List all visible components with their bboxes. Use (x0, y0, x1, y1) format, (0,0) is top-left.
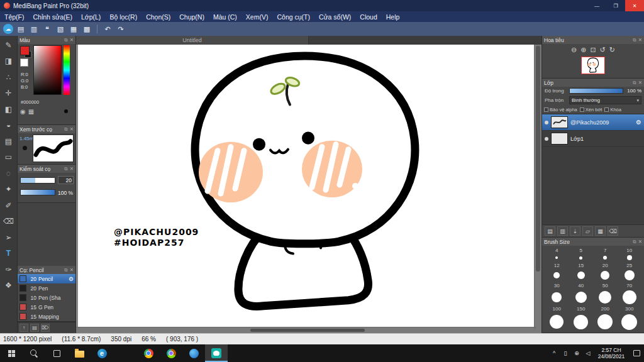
layout-button[interactable]: ▩ (81, 23, 92, 35)
hand-tool-icon[interactable]: ❖ (3, 280, 15, 292)
brush-tool-icon[interactable]: ✎ (3, 39, 15, 51)
grid-button[interactable]: ▦ (68, 23, 79, 35)
brush-up-button[interactable]: ↑ (19, 324, 28, 332)
close-icon[interactable]: ✕ (70, 37, 74, 43)
brush-size-option[interactable]: 70 (618, 282, 642, 306)
brush-item-pen-sharp[interactable]: 10 Pen (Sha (18, 293, 75, 302)
battery-icon[interactable]: ▯ (560, 344, 571, 362)
action-center-button[interactable] (629, 344, 644, 362)
start-button[interactable] (0, 344, 23, 362)
brush-size-option[interactable]: 7 (593, 247, 618, 262)
clipping-checkbox[interactable]: Xén bớt (580, 107, 602, 112)
merge-down-button[interactable]: ⇣ (570, 226, 580, 236)
brush-size-value[interactable]: 20 (58, 176, 74, 184)
duplicate-layer-button[interactable]: ▥ (557, 226, 568, 236)
menu-chinh-sua[interactable]: Chỉnh sửa(E) (29, 13, 77, 21)
menu-xem[interactable]: Xem(V) (242, 13, 273, 21)
zoom-fit-icon[interactable]: ⊡ (590, 46, 596, 54)
navigator-thumbnail[interactable] (581, 57, 605, 74)
brush-size-option[interactable]: 5 (569, 247, 594, 262)
menu-cloud[interactable]: Cloud (355, 13, 381, 21)
palette-icon[interactable]: ▦ (28, 108, 34, 115)
foreground-color-swatch[interactable] (20, 46, 30, 55)
select-pen-tool-icon[interactable]: ✐ (3, 199, 15, 211)
brush-add-button[interactable]: ▤ (30, 324, 39, 332)
menu-chon[interactable]: Chọn(S) (142, 13, 175, 21)
clock[interactable]: 2:57 CH 24/08/2021 (594, 347, 629, 359)
popout-icon[interactable]: ⧉ (633, 80, 636, 86)
medibang-taskbar-button[interactable] (205, 344, 228, 362)
zoom-out-icon[interactable]: ⊖ (571, 46, 577, 54)
volume-icon[interactable]: ◁ (582, 344, 594, 362)
page-button[interactable]: ▧ (55, 23, 66, 35)
canvas-vertical-scrollbar[interactable] (534, 45, 541, 327)
delete-layer-button[interactable]: ⌫ (608, 226, 618, 236)
chrome-profile2-button[interactable] (160, 344, 182, 362)
popout-icon[interactable]: ⧉ (64, 267, 67, 273)
brush-size-option[interactable]: 25 (618, 262, 642, 282)
brush-size-slider[interactable] (20, 177, 55, 184)
brush-size-option[interactable]: 200 (593, 305, 618, 331)
popout-icon[interactable]: ⧉ (64, 166, 67, 172)
menu-help[interactable]: Help (382, 13, 404, 21)
close-button[interactable]: ✕ (625, 0, 644, 11)
brush-size-option[interactable]: 40 (569, 282, 594, 306)
search-button[interactable] (23, 344, 45, 362)
edge-button[interactable]: e (91, 344, 113, 362)
horizontal-scroll-thumb[interactable] (250, 329, 365, 332)
restore-button[interactable]: ❐ (606, 0, 625, 11)
rotate-left-icon[interactable]: ↺ (600, 46, 606, 54)
menu-cong-cu[interactable]: Công cụ(T) (272, 13, 314, 21)
brush-size-option[interactable]: 12 (545, 262, 569, 282)
menu-chup[interactable]: Chụp(N) (175, 13, 209, 21)
close-icon[interactable]: ✕ (638, 37, 642, 43)
magic-wand-tool-icon[interactable]: ✦ (3, 184, 15, 195)
menu-lop[interactable]: Lớp(L) (77, 13, 105, 21)
brush-size-option[interactable]: 30 (545, 282, 569, 306)
chrome-button[interactable] (137, 344, 160, 362)
fill-tool-icon[interactable]: ◧ (3, 103, 15, 115)
task-view-button[interactable] (45, 344, 68, 362)
hue-slider[interactable] (64, 45, 70, 95)
operation-tool-icon[interactable]: ➢ (3, 231, 15, 243)
layer-visibility-icon[interactable] (545, 137, 548, 141)
drawing-canvas[interactable]: @PIKACHU2009 #HOIDAP257 (78, 45, 534, 327)
brush-settings-gear-icon[interactable]: ⚙ (69, 276, 74, 282)
popout-icon[interactable]: ⧉ (64, 37, 67, 43)
color-wheel-icon[interactable]: ◉ (20, 108, 26, 115)
popout-icon[interactable]: ⧉ (64, 126, 67, 133)
brush-opacity-slider[interactable] (20, 189, 55, 195)
brush-size-option[interactable]: 15 (569, 262, 594, 282)
dot-tool-icon[interactable]: ∴ (3, 71, 15, 83)
gradient-tool-icon[interactable]: ▤ (3, 135, 15, 147)
brush-size-option[interactable]: 10 (618, 247, 642, 262)
eraser-tool-icon[interactable]: ◨ (3, 55, 15, 67)
layer-visibility-icon[interactable] (545, 121, 548, 124)
saturation-value-picker[interactable] (33, 45, 62, 95)
close-icon[interactable]: ✕ (638, 80, 642, 85)
brush-item-mapping[interactable]: 15 Mapping (18, 312, 75, 321)
menu-tep[interactable]: Tệp(F) (0, 13, 29, 21)
move-tool-icon[interactable]: ✛ (3, 87, 15, 99)
blend-mode-dropdown[interactable]: Bình thường ▾ (569, 96, 641, 104)
blue-browser-button[interactable] (182, 344, 205, 362)
layer-folder-button[interactable]: ▱ (582, 226, 593, 236)
cloud-button[interactable]: ☁ (3, 24, 13, 34)
close-icon[interactable]: ✕ (70, 166, 74, 172)
brush-item-pen[interactable]: 20 Pen (18, 283, 75, 293)
popout-icon[interactable]: ⧉ (633, 37, 636, 43)
layer-item-lop1[interactable]: Lớp1 (542, 131, 644, 147)
gear-icon[interactable]: ⚙ (636, 119, 641, 126)
bucket-tool-icon[interactable]: ◒ (3, 119, 15, 131)
canvas-horizontal-scrollbar[interactable] (76, 327, 534, 333)
brush-size-option[interactable]: 150 (569, 305, 594, 331)
select-eraser-tool-icon[interactable]: ⌫ (3, 216, 15, 228)
zoom-in-icon[interactable]: ⊕ (580, 46, 586, 54)
menu-bo-loc[interactable]: Bộ lọc(R) (105, 13, 142, 21)
menu-cua-so[interactable]: Cửa sổ(W) (314, 13, 355, 21)
select-tool-icon[interactable]: ▭ (3, 151, 15, 163)
popout-icon[interactable]: ⧉ (633, 239, 636, 245)
transparent-color-swatch[interactable] (20, 58, 28, 67)
close-icon[interactable]: ✕ (638, 239, 642, 244)
network-icon[interactable]: ⊕ (571, 344, 582, 362)
